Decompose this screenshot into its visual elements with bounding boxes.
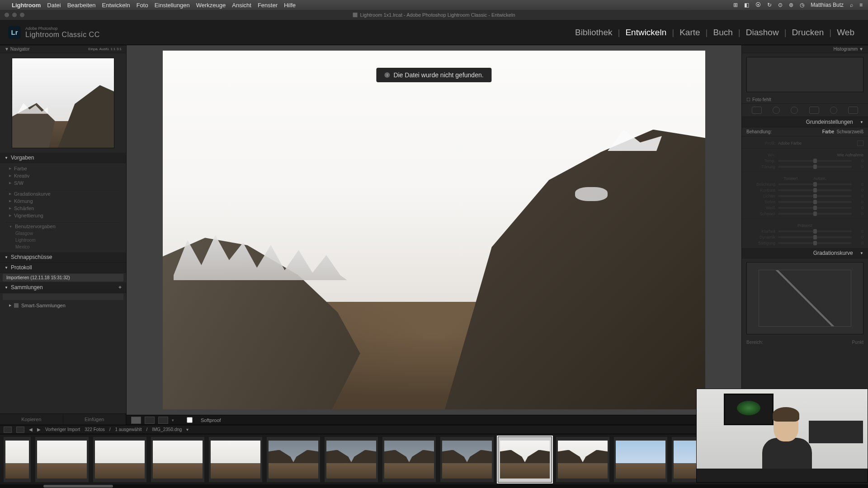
module-web[interactable]: Web [831,28,860,38]
histogram[interactable] [746,57,863,92]
preset-item[interactable]: Glasgow [0,230,126,237]
shadows-slider[interactable] [778,201,852,203]
thumbnail[interactable] [93,437,146,482]
highlights-slider[interactable] [778,195,852,197]
thumbnail[interactable] [556,437,609,482]
gradient-tool[interactable] [809,107,819,114]
back-icon[interactable]: ◀ [29,427,33,432]
user-name[interactable]: Matthias Butz [811,2,844,8]
saturation-slider[interactable] [778,242,852,244]
menu-einstellungen[interactable]: Einstellungen [155,2,190,9]
thumbnail[interactable] [4,437,31,482]
treatment-bw[interactable]: Schwarzweiß [837,129,863,134]
loupe-view-button[interactable] [131,417,141,424]
second-window-button[interactable] [4,427,12,433]
status-icon[interactable]: ↻ [767,2,772,8]
thumbnail[interactable] [151,437,204,482]
whites-slider[interactable] [778,207,852,209]
preset-user-group[interactable]: ▼Benutzervorgaben [0,223,126,230]
thumbnail[interactable] [382,437,436,482]
contrast-slider[interactable] [778,189,852,191]
thumbnail[interactable] [614,437,667,482]
smart-collections[interactable]: ▶Smart-Sammlungen [0,301,126,310]
collection-filter[interactable] [3,294,123,300]
snapshots-header[interactable]: ▼Schnappschüsse [0,252,126,263]
thumbnail[interactable] [325,437,378,482]
menubar-app-name[interactable]: Lightroom [12,2,41,9]
before-after-tb-button[interactable] [158,417,168,424]
redeye-tool[interactable] [791,107,798,114]
filmstrip-scrollbar[interactable] [0,484,868,488]
preset-item[interactable]: Mexico [0,244,126,250]
treatment-color[interactable]: Farbe [822,129,834,134]
menu-entwickeln[interactable]: Entwickeln [102,2,130,9]
module-entwickeln[interactable]: Entwickeln [620,28,672,38]
module-karte[interactable]: Karte [674,28,705,38]
wifi-icon[interactable]: ⊚ [789,2,793,8]
temp-slider[interactable] [778,160,852,162]
navigator-preview[interactable] [12,58,114,148]
menu-datei[interactable]: Datei [47,2,61,9]
preset-group[interactable]: ▶Körnung [0,197,126,205]
curve-point-button[interactable]: Punkt [852,340,863,345]
status-icon[interactable]: ⊙ [778,2,783,8]
status-icon[interactable]: ◧ [744,2,749,8]
presets-header[interactable]: ▼Vorgaben [0,153,126,163]
preset-group[interactable]: ▶S/W [0,179,126,187]
preset-group[interactable]: ▶Gradationskurve [0,190,126,197]
menu-werkzeuge[interactable]: Werkzeuge [196,2,226,9]
module-diashow[interactable]: Diashow [741,28,784,38]
module-drucken[interactable]: Drucken [787,28,830,38]
profile-value[interactable]: Adobe Farbe [778,141,857,145]
paste-button[interactable]: Einfügen [63,414,127,425]
basic-header[interactable]: Grundeinstellungen ▼ [742,117,868,127]
thumbnail[interactable] [209,437,262,482]
menu-fenster[interactable]: Fenster [258,2,278,9]
forward-icon[interactable]: ▶ [37,427,41,432]
search-icon[interactable]: ⌕ [850,2,853,8]
history-header[interactable]: ▼Protokoll [0,263,126,273]
brush-tool[interactable] [848,107,858,114]
menu-hilfe[interactable]: Hilfe [284,2,296,9]
zoom-button[interactable] [20,13,24,17]
history-entry[interactable]: Importieren (12.11.18 15:31:32) [3,274,123,282]
navigator-header[interactable]: ▼ Navigator Einpa. Ausfü. 1:1 3:1 [0,45,126,53]
preset-group[interactable]: ▶Vignettierung [0,212,126,219]
clock-icon[interactable]: ◷ [800,2,804,8]
copy-button[interactable]: Kopieren [0,414,63,425]
main-photo[interactable]: ! Die Datei wurde nicht gefunden. [163,51,705,409]
preset-group[interactable]: ▶Schärfen [0,205,126,212]
collections-header[interactable]: ▼Sammlungen+ [0,282,126,293]
spot-tool[interactable] [773,107,780,114]
filmstrip-source[interactable]: Vorheriger Import [45,427,80,432]
status-icon[interactable]: ⦿ [755,2,761,8]
minimize-button[interactable] [12,13,17,17]
curve-header[interactable]: Gradationskurve ▼ [742,248,868,258]
exposure-slider[interactable] [778,183,852,185]
menu-icon[interactable]: ≡ [859,2,863,8]
profile-browser-icon[interactable] [857,141,863,146]
thumbnail[interactable] [440,437,494,482]
auto-button[interactable]: Autom. [813,176,826,181]
navigator-modes[interactable]: Einpa. Ausfü. 1:1 3:1 [88,47,122,51]
before-after-lr-button[interactable] [145,417,155,424]
vibrance-slider[interactable] [778,236,852,238]
softproof-checkbox[interactable] [187,417,193,423]
preset-item[interactable]: Lightroom [0,237,126,244]
module-bibliothek[interactable]: Bibliothek [570,28,618,38]
histogram-header[interactable]: Histogramm ▼ [742,45,868,53]
crop-tool[interactable] [752,107,762,114]
preset-group[interactable]: ▶Kreativ [0,172,126,179]
close-button[interactable] [5,13,9,17]
wb-value[interactable]: Wie Aufnahme [778,153,863,157]
menu-bearbeiten[interactable]: Bearbeiten [67,2,96,9]
thumbnail-selected[interactable] [498,437,552,482]
clarity-slider[interactable] [778,230,852,232]
blacks-slider[interactable] [778,213,852,215]
menu-ansicht[interactable]: Ansicht [232,2,251,9]
preset-group[interactable]: ▶Farbe [0,165,126,172]
grid-button[interactable] [16,427,24,433]
tone-curve[interactable] [746,262,863,334]
tint-slider[interactable] [778,166,852,168]
module-buch[interactable]: Buch [708,28,738,38]
